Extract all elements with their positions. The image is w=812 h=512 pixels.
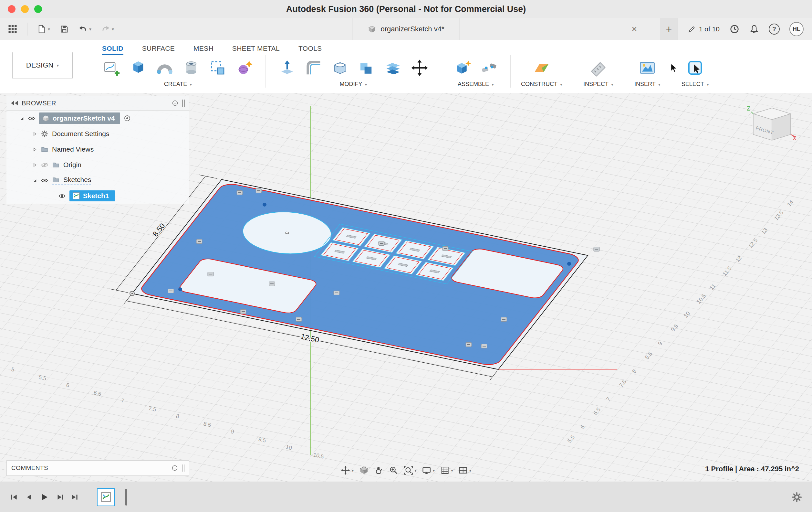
chevron-down-icon: ▾ (352, 468, 354, 473)
form-icon[interactable] (233, 57, 255, 79)
joint-icon[interactable] (478, 57, 500, 79)
tab-surface[interactable]: SURFACE (142, 45, 175, 55)
offset-plane-icon[interactable] (382, 57, 404, 79)
timeline-sketch-feature[interactable] (97, 488, 115, 506)
row-label: Document Settings (52, 130, 109, 138)
new-tab-button[interactable]: + (660, 18, 678, 40)
file-menu-button[interactable]: ▾ (37, 25, 50, 34)
expand-triangle-icon[interactable] (32, 178, 37, 183)
new-component-icon[interactable] (452, 57, 473, 79)
sketches-folder-selection[interactable]: Sketches (52, 176, 91, 185)
group-assemble-label[interactable]: ASSEMBLE (458, 81, 489, 88)
window-zoom-button[interactable] (34, 5, 42, 13)
svg-text:7: 7 (605, 396, 612, 402)
notifications-bell-icon[interactable] (749, 24, 759, 34)
timeline-skip-end-button[interactable] (70, 493, 79, 501)
timeline-settings-gear-icon[interactable] (791, 492, 802, 503)
collapsed-triangle-icon[interactable] (32, 163, 37, 167)
press-pull-icon[interactable] (276, 57, 298, 79)
tab-sheet-metal[interactable]: SHEET METAL (232, 45, 280, 55)
window-close-button[interactable] (8, 5, 16, 13)
create-sketch-icon[interactable] (101, 57, 123, 79)
grid-snap-settings[interactable]: ▾ (440, 465, 453, 475)
tab-solid[interactable]: SOLID (102, 45, 123, 55)
undo-button[interactable]: ▾ (79, 25, 91, 34)
redo-button[interactable]: ▾ (101, 25, 114, 34)
hole-icon[interactable] (180, 57, 202, 79)
look-at-tool[interactable] (359, 465, 369, 475)
select-tool-icon[interactable] (684, 57, 706, 79)
move-copy-icon[interactable] (409, 57, 431, 79)
browser-header[interactable]: BROWSER (6, 96, 189, 111)
history-clock-icon[interactable] (729, 24, 740, 34)
window-minimize-button[interactable] (21, 5, 29, 13)
collapsed-triangle-icon[interactable] (32, 147, 37, 152)
row-label: Sketches (63, 176, 91, 184)
visibility-eye-icon[interactable] (41, 178, 49, 183)
save-button[interactable] (60, 25, 69, 34)
user-avatar[interactable]: HL (789, 22, 804, 36)
app-launcher-grid-icon[interactable] (8, 24, 18, 34)
timeline-skip-start-button[interactable] (10, 493, 18, 501)
browser-row-sketch1[interactable]: Sketch1 (6, 188, 189, 204)
visibility-eye-icon[interactable] (28, 116, 35, 121)
application-bar: ▾ ▾ ▾ organizerSketch v4* × + 1 of 10 ? (0, 18, 812, 40)
combine-icon[interactable] (356, 57, 378, 79)
visibility-off-eye-icon[interactable] (41, 162, 49, 168)
panel-options-icon[interactable] (172, 465, 178, 471)
panel-drag-handle[interactable] (182, 464, 184, 471)
viewport-layout[interactable]: ▾ (458, 465, 471, 475)
root-component-chip[interactable]: organizerSketch v4 (39, 112, 120, 124)
document-tab[interactable]: organizerSketch v4* (353, 18, 460, 40)
viewport-canvas[interactable]: 1413.51312.51211.51110.5109.598.587.576.… (0, 93, 812, 482)
fillet-icon[interactable] (302, 57, 325, 79)
group-select-label[interactable]: SELECT (682, 81, 704, 88)
group-inspect-label[interactable]: INSPECT (583, 81, 609, 88)
mouse-cursor (669, 63, 679, 73)
sketch1-selected-chip[interactable]: Sketch1 (69, 190, 115, 201)
dimension-width-label[interactable]: 12.50 (300, 332, 320, 344)
panel-drag-handle[interactable] (182, 100, 185, 107)
measure-icon[interactable] (587, 57, 609, 79)
group-construct-label[interactable]: CONSTRUCT (521, 81, 557, 88)
timeline-step-forward-button[interactable] (56, 493, 64, 501)
sweep-icon[interactable] (154, 57, 176, 79)
expand-triangle-icon[interactable] (19, 116, 24, 121)
collapse-panel-icon[interactable] (11, 101, 18, 105)
construction-plane-icon[interactable] (531, 57, 553, 79)
activate-radio-icon[interactable] (124, 115, 131, 122)
group-insert-label[interactable]: INSERT (634, 81, 656, 88)
timeline-step-back-button[interactable] (25, 493, 33, 501)
browser-row-origin[interactable]: Origin (6, 157, 189, 172)
browser-row-document-settings[interactable]: Document Settings (6, 126, 189, 141)
tab-tools[interactable]: TOOLS (298, 45, 322, 55)
visibility-eye-icon[interactable] (58, 193, 66, 199)
tab-mesh[interactable]: MESH (194, 45, 213, 55)
workspace-dropdown[interactable]: DESIGN ▾ (12, 52, 73, 79)
timeline-play-button[interactable] (39, 492, 49, 502)
group-create-label[interactable]: CREATE (164, 81, 187, 88)
close-tab-button[interactable]: × (628, 23, 641, 35)
browser-row-sketches[interactable]: Sketches (6, 172, 189, 188)
orbit-tool[interactable]: ▾ (341, 465, 354, 475)
shell-icon[interactable] (329, 57, 351, 79)
derive-icon[interactable] (207, 57, 229, 79)
version-indicator[interactable]: 1 of 10 (688, 25, 720, 33)
display-settings[interactable]: ▾ (422, 465, 435, 475)
extrude-box-icon[interactable] (127, 57, 149, 79)
panel-options-icon[interactable] (172, 100, 178, 106)
svg-text:5.5: 5.5 (567, 434, 576, 444)
zoom-tool[interactable] (388, 465, 398, 475)
help-button[interactable]: ? (769, 24, 780, 34)
collapsed-triangle-icon[interactable] (32, 132, 37, 136)
view-cube[interactable]: Z FRONT X (744, 101, 801, 149)
fit-tool[interactable]: ▾ (403, 465, 417, 475)
browser-row-root[interactable]: organizerSketch v4 (6, 111, 189, 126)
comments-bar[interactable]: COMMENTS (6, 460, 189, 476)
pan-tool[interactable] (374, 465, 383, 475)
group-modify-label[interactable]: MODIFY (340, 81, 362, 88)
insert-image-icon[interactable] (636, 57, 658, 79)
timeline-position-marker[interactable] (125, 489, 127, 506)
browser-row-named-views[interactable]: Named Views (6, 141, 189, 157)
chevron-down-icon: ▾ (611, 82, 613, 87)
